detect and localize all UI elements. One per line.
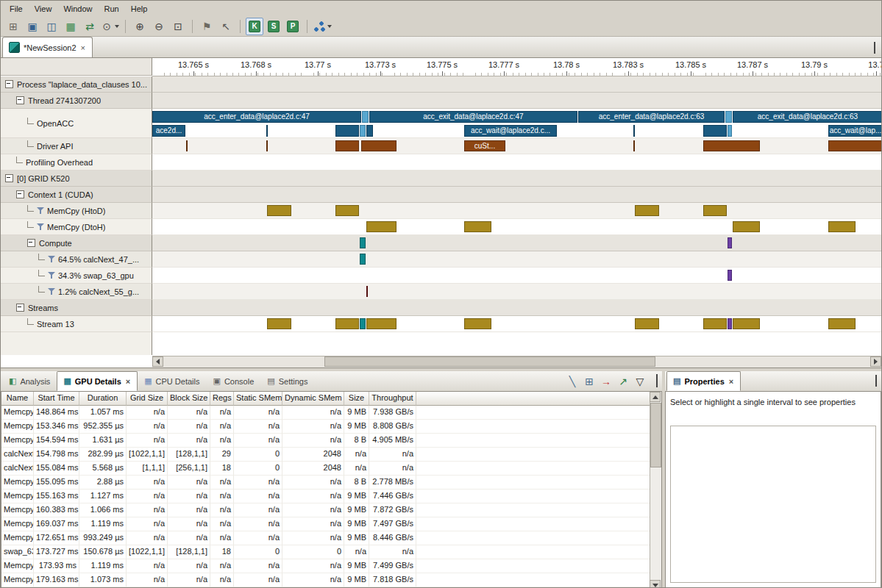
zoom-out-button[interactable]: ⊖ <box>150 18 168 35</box>
marker-arrow-button[interactable]: ↖ <box>217 18 235 35</box>
timeline-interval[interactable]: acc_enter_data@laplace2d.c:47 <box>152 111 361 123</box>
table-row[interactable]: Memcpy148.864 ms1.057 msn/an/an/an/an/a9… <box>1 406 650 420</box>
timeline-interval[interactable]: acc_enter_data@laplace2d.c:63 <box>578 111 725 123</box>
timeline-interval[interactable] <box>725 111 732 123</box>
new-session-button[interactable]: ⊞ <box>4 18 22 35</box>
timeline-interval[interactable] <box>366 221 396 232</box>
zoom-fit-button[interactable]: ⊡ <box>169 18 187 35</box>
scrollbar-thumb[interactable] <box>650 403 661 467</box>
column-header-throughput[interactable]: Throughput <box>369 392 416 406</box>
menu-file[interactable]: File <box>4 2 29 15</box>
timeline-ruler[interactable]: 13.765 s13.768 s13.77 s13.773 s13.775 s1… <box>152 58 881 76</box>
tab-properties[interactable]: ▤ Properties × <box>666 371 741 391</box>
menu-run[interactable]: Run <box>99 2 125 15</box>
timeline-interval[interactable] <box>362 111 369 123</box>
timeline-row-label[interactable]: Context 1 (CUDA) <box>1 187 152 203</box>
column-header-size[interactable]: Size <box>344 392 369 406</box>
timeline-row-label[interactable]: 1.2% calcNext_55_g... <box>1 284 152 300</box>
timeline-interval[interactable] <box>828 318 856 329</box>
table-row[interactable]: calcNext_47_gpu154.798 ms282.99 µs[1022,… <box>1 448 650 462</box>
menu-window[interactable]: Window <box>57 2 98 15</box>
table-row[interactable]: calcNext_55_gpu155.084 ms5.568 µs[1,1,1]… <box>1 462 650 476</box>
collapse-icon[interactable] <box>27 239 35 247</box>
tab-settings[interactable]: ▤Settings <box>260 371 314 391</box>
table-row[interactable]: Memcpy160.383 ms1.066 msn/an/an/an/an/a9… <box>1 503 650 517</box>
timeline-row-label[interactable]: Compute <box>1 235 152 251</box>
timeline-interval[interactable]: cuSt... <box>464 140 505 151</box>
timeline-interval[interactable] <box>635 205 659 216</box>
timeline-interval[interactable] <box>186 140 188 151</box>
timeline-interval[interactable] <box>828 140 881 151</box>
timeline-interval[interactable] <box>360 125 366 137</box>
timeline-interval[interactable] <box>464 318 491 329</box>
columns-icon[interactable]: ⊞ <box>583 376 595 387</box>
marker-flag-button[interactable]: ⚑ <box>198 18 216 35</box>
timeline-interval[interactable] <box>335 205 359 216</box>
timeline-interval[interactable] <box>360 237 366 248</box>
scroll-right-button[interactable] <box>870 356 881 367</box>
scroll-left-button[interactable] <box>152 356 163 367</box>
timeline-interval[interactable] <box>335 318 359 329</box>
timeline-row-label[interactable]: 64.5% calcNext_47_... <box>1 251 152 268</box>
maximize-icon[interactable] <box>874 44 875 53</box>
timeline-interval[interactable] <box>464 221 491 232</box>
scroll-up-button[interactable] <box>650 392 661 402</box>
profile-application-button[interactable]: ▦ <box>62 18 79 35</box>
table-row[interactable]: Memcpy179.163 ms1.073 msn/an/an/an/an/a9… <box>1 573 650 587</box>
collapse-icon[interactable] <box>16 190 24 198</box>
timeline-interval[interactable] <box>728 125 732 137</box>
column-header-block-size[interactable]: Block Size <box>168 392 210 406</box>
timeline-interval[interactable] <box>633 140 635 151</box>
export-icon[interactable]: ↗ <box>617 376 629 387</box>
timeline-horizontal-scrollbar[interactable] <box>152 356 881 368</box>
timeline-interval[interactable] <box>728 318 732 329</box>
table-row[interactable]: Memcpy155.095 ms2.88 µsn/an/an/an/an/a8 … <box>1 476 650 490</box>
close-icon[interactable]: × <box>80 43 86 52</box>
timeline-interval[interactable] <box>266 125 268 137</box>
timeline-row-label[interactable]: [0] GRID K520 <box>1 171 152 187</box>
menu-view[interactable]: View <box>29 2 58 15</box>
column-header-grid-size[interactable]: Grid Size <box>127 392 168 406</box>
collapse-icon[interactable] <box>5 80 13 88</box>
timeline-interval[interactable]: acc_exit_data@laplace2d.c:63 <box>733 111 881 123</box>
column-header-dynamic-smem[interactable]: Dynamic SMem <box>282 392 344 406</box>
goto-arrow-icon[interactable]: → <box>600 376 612 387</box>
scroll-down-button[interactable] <box>650 580 661 588</box>
column-header-static-smem[interactable]: Static SMem <box>234 392 282 406</box>
column-header-regs[interactable]: Regs <box>210 392 234 406</box>
maximize-icon[interactable] <box>656 376 658 387</box>
timeline-interval[interactable]: ace2d... <box>152 125 185 137</box>
table-row[interactable]: Memcpy155.163 ms1.127 msn/an/an/an/an/a9… <box>1 490 650 503</box>
timeline-interval[interactable] <box>703 140 760 151</box>
timeline-interval[interactable] <box>366 318 396 329</box>
timeline-interval[interactable] <box>360 254 366 265</box>
save-button[interactable]: ▣ <box>24 18 41 35</box>
timeline-row-label[interactable]: MemCpy (HtoD) <box>1 203 152 219</box>
save-all-button[interactable]: ◫ <box>43 18 60 35</box>
timeline-interval[interactable] <box>335 125 359 137</box>
timeline-interval[interactable] <box>703 205 727 216</box>
column-header-name[interactable]: Name <box>1 392 34 406</box>
timeline-interval[interactable] <box>366 286 368 297</box>
table-row[interactable]: Memcpy153.346 ms952.355 µsn/an/an/an/an/… <box>1 420 650 434</box>
collapse-icon[interactable] <box>5 174 13 182</box>
timeline-interval[interactable]: acc_exit_data@laplace2d.c:47 <box>369 111 577 123</box>
table-row[interactable]: swap_63_gpu173.727 ms150.678 µs[1022,1,1… <box>1 545 650 559</box>
collapse-icon[interactable] <box>16 96 24 104</box>
timeline-row-label[interactable]: Stream 13 <box>1 316 152 332</box>
timeline-row-label[interactable]: MemCpy (DtoH) <box>1 219 152 235</box>
timeline-interval[interactable] <box>633 125 635 137</box>
timeline-interval[interactable]: acc_wait@lap... <box>828 125 881 137</box>
timeline-interval[interactable]: acc_wait@laplace2d.c... <box>464 125 557 137</box>
timeline-interval[interactable] <box>266 140 268 151</box>
timeline-interval[interactable] <box>733 221 760 232</box>
timeline-interval[interactable] <box>267 318 291 329</box>
stream-toggle-button[interactable]: S <box>265 18 282 35</box>
timeline-interval[interactable] <box>703 125 727 137</box>
import-export-button[interactable]: ⇄ <box>81 18 99 35</box>
timeline-interval[interactable] <box>366 125 373 137</box>
timeline-interval[interactable] <box>703 318 727 329</box>
timeline-interval[interactable] <box>360 318 366 329</box>
analysis-button[interactable] <box>313 18 332 35</box>
table-row[interactable]: Memcpy154.594 ms1.631 µsn/an/an/an/an/a8… <box>1 434 650 448</box>
